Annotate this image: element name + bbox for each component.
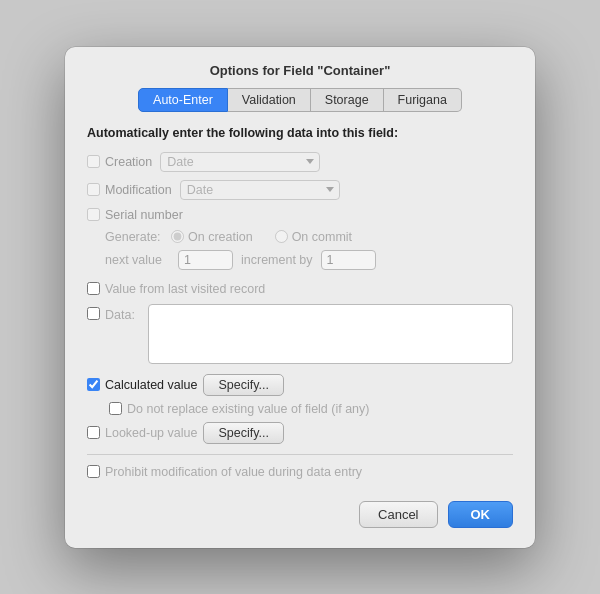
do-not-replace-label[interactable]: Do not replace existing value of field (…	[109, 402, 513, 416]
on-commit-radio[interactable]	[275, 230, 288, 243]
prohibit-row: Prohibit modification of value during da…	[87, 465, 513, 479]
specify-calculated-button[interactable]: Specify...	[203, 374, 283, 396]
cancel-button[interactable]: Cancel	[359, 501, 437, 528]
tab-storage[interactable]: Storage	[311, 88, 384, 112]
on-creation-radio[interactable]	[171, 230, 184, 243]
serial-section: Generate: On creation On commit next val…	[105, 230, 513, 270]
value-from-last-label[interactable]: Value from last visited record	[87, 282, 265, 296]
main-content: Automatically enter the following data i…	[65, 126, 535, 479]
generate-label: Generate:	[105, 230, 165, 244]
divider	[87, 454, 513, 455]
dialog-title: Options for Field "Container"	[65, 47, 535, 88]
value-from-last-checkbox[interactable]	[87, 282, 100, 295]
specify-lookedup-button[interactable]: Specify...	[203, 422, 283, 444]
serial-number-row: Serial number	[87, 208, 513, 222]
prohibit-label[interactable]: Prohibit modification of value during da…	[87, 465, 362, 479]
next-value-input[interactable]	[178, 250, 233, 270]
data-label-row[interactable]: Data:	[87, 304, 140, 322]
modification-checkbox[interactable]	[87, 183, 100, 196]
modification-label[interactable]: Modification	[87, 183, 172, 197]
tab-bar: Auto-Enter Validation Storage Furigana	[65, 88, 535, 112]
ok-button[interactable]: OK	[448, 501, 514, 528]
dialog: Options for Field "Container" Auto-Enter…	[65, 47, 535, 548]
do-not-replace-row: Do not replace existing value of field (…	[109, 402, 513, 416]
modification-row: Modification Date	[87, 180, 513, 200]
creation-select[interactable]: Date	[160, 152, 320, 172]
modification-select[interactable]: Date	[180, 180, 340, 200]
data-row: Data:	[87, 304, 513, 364]
increment-by-label: increment by	[241, 253, 313, 267]
modification-row-inner: Modification Date	[87, 180, 340, 200]
data-checkbox[interactable]	[87, 307, 100, 320]
data-textarea[interactable]	[148, 304, 513, 364]
on-creation-label[interactable]: On creation	[171, 230, 253, 244]
on-commit-label[interactable]: On commit	[275, 230, 352, 244]
serial-number-checkbox[interactable]	[87, 208, 100, 221]
value-from-last-row: Value from last visited record	[87, 282, 513, 296]
footer: Cancel OK	[65, 487, 535, 528]
next-value-label: next value	[105, 253, 170, 267]
section-title: Automatically enter the following data i…	[87, 126, 513, 140]
tab-furigana[interactable]: Furigana	[384, 88, 462, 112]
tab-validation[interactable]: Validation	[228, 88, 311, 112]
calculated-value-label[interactable]: Calculated value	[87, 378, 197, 392]
generate-row: Generate: On creation On commit	[105, 230, 513, 244]
looked-up-row: Looked-up value Specify...	[87, 422, 513, 444]
looked-up-label[interactable]: Looked-up value	[87, 426, 197, 440]
serial-number-label[interactable]: Serial number	[87, 208, 183, 222]
creation-row-inner: Creation Date	[87, 152, 320, 172]
increment-by-input[interactable]	[321, 250, 376, 270]
do-not-replace-checkbox[interactable]	[109, 402, 122, 415]
looked-up-checkbox[interactable]	[87, 426, 100, 439]
prohibit-checkbox[interactable]	[87, 465, 100, 478]
calculated-value-checkbox[interactable]	[87, 378, 100, 391]
next-value-row: next value increment by	[105, 250, 513, 270]
creation-row: Creation Date	[87, 152, 513, 172]
calculated-value-row: Calculated value Specify...	[87, 374, 513, 396]
creation-checkbox[interactable]	[87, 155, 100, 168]
creation-label[interactable]: Creation	[87, 155, 152, 169]
tab-auto-enter[interactable]: Auto-Enter	[138, 88, 228, 112]
